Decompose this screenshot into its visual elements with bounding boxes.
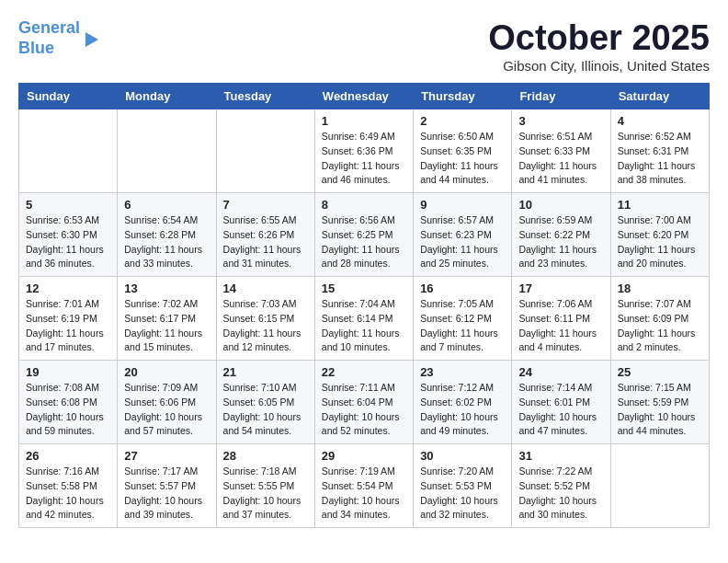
header-friday: Friday [512,84,610,109]
day-number: 24 [518,365,603,379]
day-info: Sunrise: 7:22 AMSunset: 5:52 PMDaylight:… [518,465,603,523]
table-row: 19Sunrise: 7:08 AMSunset: 6:08 PMDayligh… [19,361,118,444]
day-info: Sunrise: 7:01 AMSunset: 6:19 PMDaylight:… [26,297,110,355]
table-row [19,109,118,193]
day-info: Sunrise: 7:19 AMSunset: 5:54 PMDaylight:… [322,465,406,523]
table-row: 29Sunrise: 7:19 AMSunset: 5:54 PMDayligh… [314,444,413,528]
day-info: Sunrise: 7:05 AMSunset: 6:12 PMDaylight:… [420,297,505,355]
header-saturday: Saturday [610,84,709,109]
calendar-week-4: 19Sunrise: 7:08 AMSunset: 6:08 PMDayligh… [19,361,710,444]
table-row: 16Sunrise: 7:05 AMSunset: 6:12 PMDayligh… [414,277,512,361]
day-number: 21 [223,365,308,379]
day-info: Sunrise: 7:04 AMSunset: 6:14 PMDaylight:… [322,297,406,355]
day-number: 6 [124,198,209,212]
header-monday: Monday [118,84,216,109]
day-number: 26 [26,449,110,463]
day-number: 8 [322,198,406,212]
table-row: 9Sunrise: 6:57 AMSunset: 6:23 PMDaylight… [414,193,512,277]
day-info: Sunrise: 7:17 AMSunset: 5:57 PMDaylight:… [124,465,209,523]
day-info: Sunrise: 7:03 AMSunset: 6:15 PMDaylight:… [223,297,308,355]
logo-text: General Blue [18,18,98,58]
table-row [118,109,216,193]
table-row: 22Sunrise: 7:11 AMSunset: 6:04 PMDayligh… [314,361,413,444]
day-number: 12 [26,282,110,295]
day-number: 13 [124,282,209,295]
calendar-week-2: 5Sunrise: 6:53 AMSunset: 6:30 PMDaylight… [19,193,710,277]
table-row: 15Sunrise: 7:04 AMSunset: 6:14 PMDayligh… [314,277,413,361]
day-number: 20 [124,365,209,379]
day-number: 7 [223,198,308,212]
day-info: Sunrise: 6:56 AMSunset: 6:25 PMDaylight:… [322,213,406,271]
day-number: 19 [26,365,110,379]
table-row: 27Sunrise: 7:17 AMSunset: 5:57 PMDayligh… [118,444,216,528]
day-info: Sunrise: 7:00 AMSunset: 6:20 PMDaylight:… [618,213,702,271]
title-section: October 2025 Gibson City, Illinois, Unit… [488,18,710,74]
header-thursday: Thursday [414,84,512,109]
table-row: 10Sunrise: 6:59 AMSunset: 6:22 PMDayligh… [512,193,610,277]
table-row: 21Sunrise: 7:10 AMSunset: 6:05 PMDayligh… [216,361,314,444]
day-number: 28 [223,449,308,463]
table-row: 7Sunrise: 6:55 AMSunset: 6:26 PMDaylight… [216,193,314,277]
day-number: 18 [618,282,702,295]
day-info: Sunrise: 7:12 AMSunset: 6:02 PMDaylight:… [420,381,505,439]
table-row: 3Sunrise: 6:51 AMSunset: 6:33 PMDaylight… [512,109,610,193]
day-info: Sunrise: 7:07 AMSunset: 6:09 PMDaylight:… [618,297,702,355]
page-header: General Blue October 2025 Gibson City, I… [18,18,710,74]
day-number: 5 [26,198,110,212]
table-row: 5Sunrise: 6:53 AMSunset: 6:30 PMDaylight… [19,193,118,277]
table-row: 24Sunrise: 7:14 AMSunset: 6:01 PMDayligh… [512,361,610,444]
table-row [216,109,314,193]
header-wednesday: Wednesday [314,84,413,109]
day-number: 23 [420,365,505,379]
day-info: Sunrise: 6:50 AMSunset: 6:35 PMDaylight:… [420,130,505,188]
table-row [610,444,709,528]
day-number: 10 [518,198,603,212]
table-row: 13Sunrise: 7:02 AMSunset: 6:17 PMDayligh… [118,277,216,361]
calendar-table: Sunday Monday Tuesday Wednesday Thursday… [18,83,710,528]
day-number: 15 [322,282,406,295]
table-row: 31Sunrise: 7:22 AMSunset: 5:52 PMDayligh… [512,444,610,528]
table-row: 14Sunrise: 7:03 AMSunset: 6:15 PMDayligh… [216,277,314,361]
day-info: Sunrise: 7:18 AMSunset: 5:55 PMDaylight:… [223,465,308,523]
month-title: October 2025 [488,18,710,58]
day-number: 29 [322,449,406,463]
day-info: Sunrise: 6:51 AMSunset: 6:33 PMDaylight:… [518,130,603,188]
day-number: 3 [518,114,603,128]
table-row: 28Sunrise: 7:18 AMSunset: 5:55 PMDayligh… [216,444,314,528]
table-row: 17Sunrise: 7:06 AMSunset: 6:11 PMDayligh… [512,277,610,361]
table-row: 30Sunrise: 7:20 AMSunset: 5:53 PMDayligh… [414,444,512,528]
location-text: Gibson City, Illinois, United States [488,58,710,74]
calendar-week-1: 1Sunrise: 6:49 AMSunset: 6:36 PMDaylight… [19,109,710,193]
calendar-week-5: 26Sunrise: 7:16 AMSunset: 5:58 PMDayligh… [19,444,710,528]
day-info: Sunrise: 7:15 AMSunset: 5:59 PMDaylight:… [618,381,702,439]
day-number: 27 [124,449,209,463]
day-info: Sunrise: 7:10 AMSunset: 6:05 PMDaylight:… [223,381,308,439]
table-row: 8Sunrise: 6:56 AMSunset: 6:25 PMDaylight… [314,193,413,277]
day-number: 4 [618,114,702,128]
day-info: Sunrise: 7:08 AMSunset: 6:08 PMDaylight:… [26,381,110,439]
day-info: Sunrise: 7:14 AMSunset: 6:01 PMDaylight:… [518,381,603,439]
table-row: 2Sunrise: 6:50 AMSunset: 6:35 PMDaylight… [414,109,512,193]
table-row: 20Sunrise: 7:09 AMSunset: 6:06 PMDayligh… [118,361,216,444]
day-number: 30 [420,449,505,463]
day-info: Sunrise: 6:53 AMSunset: 6:30 PMDaylight:… [26,213,110,271]
day-number: 2 [420,114,505,128]
table-row: 23Sunrise: 7:12 AMSunset: 6:02 PMDayligh… [414,361,512,444]
day-number: 22 [322,365,406,379]
calendar-week-3: 12Sunrise: 7:01 AMSunset: 6:19 PMDayligh… [19,277,710,361]
day-number: 17 [518,282,603,295]
day-info: Sunrise: 7:09 AMSunset: 6:06 PMDaylight:… [124,381,209,439]
day-info: Sunrise: 6:49 AMSunset: 6:36 PMDaylight:… [322,130,406,188]
day-number: 11 [618,198,702,212]
day-number: 31 [518,449,603,463]
day-info: Sunrise: 7:16 AMSunset: 5:58 PMDaylight:… [26,465,110,523]
day-info: Sunrise: 6:57 AMSunset: 6:23 PMDaylight:… [420,213,505,271]
header-sunday: Sunday [19,84,118,109]
table-row: 6Sunrise: 6:54 AMSunset: 6:28 PMDaylight… [118,193,216,277]
calendar-header-row: Sunday Monday Tuesday Wednesday Thursday… [19,84,710,109]
logo-arrow-icon [85,32,98,47]
logo-wordmark: General Blue [18,18,80,58]
day-info: Sunrise: 7:11 AMSunset: 6:04 PMDaylight:… [322,381,406,439]
day-info: Sunrise: 7:06 AMSunset: 6:11 PMDaylight:… [518,297,603,355]
day-info: Sunrise: 6:54 AMSunset: 6:28 PMDaylight:… [124,213,209,271]
